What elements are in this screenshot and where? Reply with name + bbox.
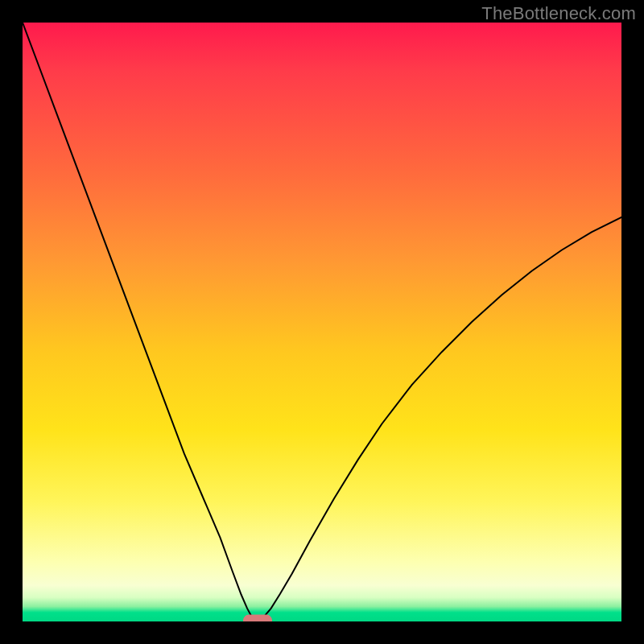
plot-area xyxy=(23,23,621,621)
curve-left-branch xyxy=(23,23,255,621)
watermark-text: TheBottleneck.com xyxy=(481,3,636,24)
bottleneck-curve xyxy=(23,23,621,621)
chart-frame: TheBottleneck.com xyxy=(0,0,644,644)
curve-right-branch xyxy=(260,217,621,621)
optimal-point-marker xyxy=(243,615,272,621)
